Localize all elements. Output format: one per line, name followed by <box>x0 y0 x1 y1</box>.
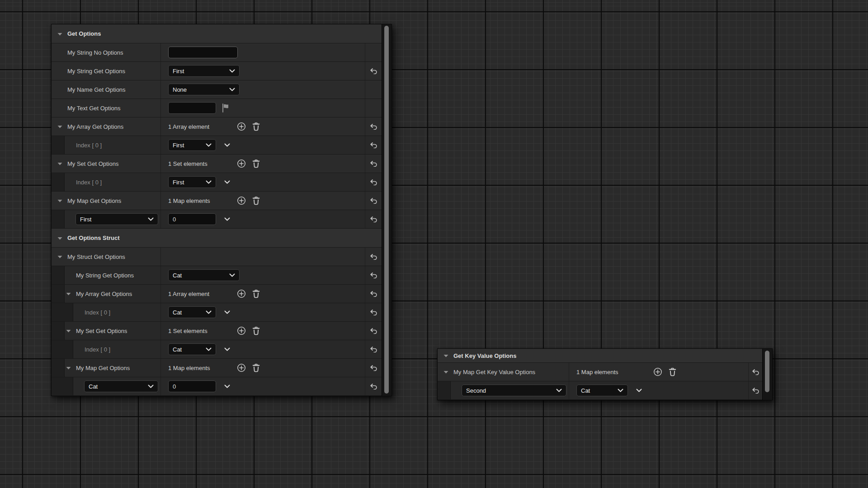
reset-to-default-button[interactable] <box>752 369 760 375</box>
delete-all-elements-button[interactable] <box>252 197 260 205</box>
category-row-get-options-struct[interactable]: Get Options Struct <box>52 229 382 248</box>
label-cell: My Set Get Options <box>52 155 160 173</box>
add-element-button[interactable] <box>237 363 246 372</box>
scrollbar-thumb[interactable] <box>384 26 389 394</box>
chevron-down-icon <box>229 273 235 277</box>
chevron-down-icon <box>148 217 154 221</box>
value-dropdown[interactable]: Cat <box>168 269 240 281</box>
details-panel-get-key-value-options: Get Key Value OptionsMy Map Get Key Valu… <box>437 348 773 400</box>
value-dropdown[interactable]: None <box>168 84 240 95</box>
reset-to-default-button[interactable] <box>370 161 377 167</box>
label-cell: Cat <box>52 377 160 395</box>
element-count-label: 1 Map elements <box>576 369 653 375</box>
property-label: My Set Get Options <box>76 328 127 334</box>
reset-to-default-button[interactable] <box>370 384 377 389</box>
collapse-arrow-icon[interactable] <box>57 162 62 165</box>
reset-to-default-button[interactable] <box>370 179 377 185</box>
property-label: My Array Get Options <box>76 291 132 297</box>
reset-to-default-button[interactable] <box>370 142 377 148</box>
value-cell: Cat <box>160 266 365 284</box>
reset-to-default-button[interactable] <box>370 291 377 297</box>
reset-to-default-button[interactable] <box>370 198 377 204</box>
chevron-down-icon <box>206 310 212 314</box>
reset-cell <box>365 62 382 80</box>
collapse-arrow-icon[interactable] <box>66 292 71 296</box>
expand-element-button[interactable] <box>224 143 230 147</box>
expand-element-button[interactable] <box>224 385 230 388</box>
value-cell <box>160 99 365 117</box>
collapse-arrow-icon[interactable] <box>443 354 448 357</box>
delete-all-elements-button[interactable] <box>252 364 260 372</box>
map-key-dropdown[interactable]: First <box>75 213 158 225</box>
property-row-my-text-get-options: My Text Get Options <box>52 99 382 117</box>
scrollbar-track[interactable] <box>382 24 392 396</box>
reset-to-default-button[interactable] <box>370 347 377 352</box>
value-dropdown[interactable]: First <box>168 139 216 151</box>
expand-element-button[interactable] <box>224 217 230 221</box>
value-cell: 1 Map elements <box>569 363 748 381</box>
reset-to-default-button[interactable] <box>752 388 760 394</box>
delete-all-elements-button[interactable] <box>669 368 676 376</box>
expand-element-button[interactable] <box>224 180 230 184</box>
value-dropdown[interactable]: First <box>168 176 216 188</box>
property-row-my-name-get-options: My Name Get Options None <box>52 80 382 99</box>
reset-to-default-button[interactable] <box>370 254 377 260</box>
value-dropdown[interactable]: First <box>168 65 240 77</box>
reset-to-default-button[interactable] <box>370 68 377 74</box>
my-text-get-options-input[interactable] <box>168 102 216 114</box>
add-element-button[interactable] <box>237 326 246 335</box>
value-cell: 1 Map elements <box>160 359 365 377</box>
my-string-no-options-input[interactable] <box>168 47 238 58</box>
flag-icon[interactable] <box>222 103 230 113</box>
property-label: Index [ 0 ] <box>85 346 110 353</box>
add-element-button[interactable] <box>237 289 246 298</box>
value-cell: 1 Map elements <box>160 192 365 210</box>
delete-all-elements-button[interactable] <box>252 327 260 335</box>
reset-to-default-button[interactable] <box>370 310 377 315</box>
category-row-get-key-value-options[interactable]: Get Key Value Options <box>438 349 762 363</box>
collapse-arrow-icon[interactable] <box>66 329 71 333</box>
scrollbar-track[interactable] <box>762 349 772 400</box>
scrollbar-thumb[interactable] <box>765 351 769 392</box>
collapse-arrow-icon[interactable] <box>57 237 62 240</box>
reset-to-default-button[interactable] <box>370 124 377 130</box>
reset-to-default-button[interactable] <box>370 216 377 222</box>
details-rows: Get Key Value OptionsMy Map Get Key Valu… <box>438 349 762 400</box>
expand-element-button[interactable] <box>636 389 642 392</box>
map-key-dropdown[interactable]: Cat <box>84 380 158 392</box>
delete-all-elements-button[interactable] <box>252 160 260 168</box>
reset-to-default-button[interactable] <box>370 328 377 334</box>
indent-rail <box>52 322 65 340</box>
collapse-arrow-icon[interactable] <box>443 371 448 374</box>
property-row-my-map-get-key-value-options: My Map Get Key Value Options 1 Map eleme… <box>438 363 762 381</box>
chevron-down-icon <box>556 389 562 392</box>
expand-element-button[interactable] <box>224 310 230 314</box>
reset-cell <box>365 285 382 303</box>
label-cell: Index [ 0 ] <box>52 173 160 191</box>
collapse-arrow-icon[interactable] <box>57 199 62 202</box>
add-element-button[interactable] <box>237 159 246 168</box>
indent-rail <box>52 303 73 321</box>
map-value-dropdown[interactable]: Cat <box>576 385 628 396</box>
collapse-arrow-icon[interactable] <box>57 33 62 36</box>
reset-to-default-button[interactable] <box>370 272 377 278</box>
value-cell <box>160 43 365 61</box>
collapse-arrow-icon[interactable] <box>57 255 62 258</box>
value-dropdown[interactable]: Cat <box>168 343 216 355</box>
add-element-button[interactable] <box>237 122 246 131</box>
value-dropdown[interactable]: Cat <box>168 306 216 318</box>
category-row-get-options[interactable]: Get Options <box>52 24 382 43</box>
collapse-arrow-icon[interactable] <box>66 366 71 370</box>
collapse-arrow-icon[interactable] <box>57 125 62 128</box>
reset-to-default-button[interactable] <box>370 365 377 371</box>
map-key-dropdown[interactable]: Second <box>462 385 566 396</box>
map-value-input[interactable] <box>168 213 216 225</box>
delete-all-elements-button[interactable] <box>252 122 260 131</box>
expand-element-button[interactable] <box>224 347 230 351</box>
chevron-down-icon <box>206 143 212 147</box>
map-value-input[interactable] <box>168 380 216 392</box>
add-element-button[interactable] <box>653 367 662 376</box>
add-element-button[interactable] <box>237 196 246 205</box>
element-count-label: 1 Array element <box>168 123 237 130</box>
delete-all-elements-button[interactable] <box>252 290 260 298</box>
